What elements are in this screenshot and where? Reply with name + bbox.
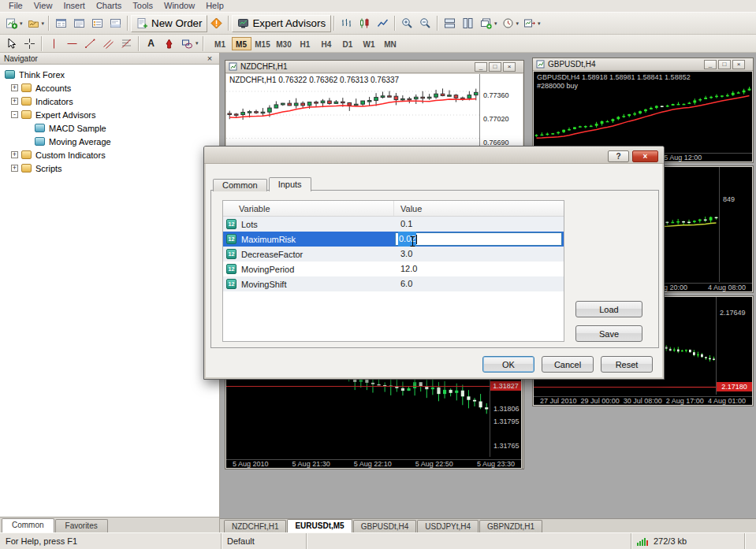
- text-tool-button[interactable]: A: [142, 35, 160, 52]
- candlestick-chart-button[interactable]: [356, 15, 374, 32]
- chevron-down-icon[interactable]: ▾: [538, 20, 541, 27]
- chevron-down-icon[interactable]: ▾: [20, 20, 23, 27]
- trendline-button[interactable]: [81, 35, 99, 52]
- menu-charts[interactable]: Charts: [91, 0, 127, 12]
- bar-chart-button[interactable]: [337, 15, 356, 32]
- minimize-icon[interactable]: _: [475, 62, 487, 72]
- load-button[interactable]: Load: [575, 301, 642, 317]
- timeframe-m15-button[interactable]: M15: [253, 37, 273, 50]
- navigator-tab-favorites[interactable]: Favorites: [55, 519, 108, 532]
- timeframe-w1-button[interactable]: W1: [359, 37, 379, 50]
- chevron-down-icon[interactable]: ▾: [494, 20, 497, 27]
- navigator-tab-common[interactable]: Common: [2, 518, 54, 532]
- reset-button[interactable]: Reset: [601, 356, 653, 373]
- expert-advisors-button[interactable]: Expert Advisors: [232, 15, 331, 32]
- dialog-tab-inputs[interactable]: Inputs: [269, 177, 311, 191]
- vertical-line-button[interactable]: [45, 35, 63, 52]
- tree-expander-icon[interactable]: +: [11, 151, 18, 158]
- tree-item-macd-sample[interactable]: MACD Sample: [0, 121, 219, 135]
- parameter-row-movingshift[interactable]: 12MovingShift6.0: [223, 276, 564, 291]
- timeframe-h1-button[interactable]: H1: [296, 37, 315, 50]
- navigator-button[interactable]: [88, 15, 106, 32]
- close-icon[interactable]: ×: [503, 62, 516, 72]
- help-button[interactable]: ?: [608, 150, 629, 162]
- new-chart-button[interactable]: [2, 15, 20, 32]
- chart-tab-gbpusdt-h4[interactable]: GBPUSDt,H4: [353, 520, 417, 532]
- period-button[interactable]: [499, 15, 517, 32]
- chevron-down-icon[interactable]: ▾: [42, 20, 45, 27]
- timeframe-d1-button[interactable]: D1: [338, 37, 358, 50]
- dialog-tab-common[interactable]: Common: [213, 179, 267, 191]
- parameter-value-cell[interactable]: 0.1: [394, 217, 564, 232]
- parameter-value-cell[interactable]: 3.0: [394, 247, 564, 262]
- tree-item-expert-advisors[interactable]: -Expert Advisors: [0, 108, 219, 121]
- data-window-button[interactable]: [70, 15, 88, 32]
- tree-expander-icon[interactable]: +: [11, 84, 18, 91]
- terminal-button[interactable]: [106, 15, 125, 32]
- statusbar-profile[interactable]: Default: [222, 533, 307, 549]
- parameter-row-decreasefactor[interactable]: 12DecreaseFactor3.0: [223, 247, 564, 262]
- ok-button[interactable]: OK: [482, 356, 534, 373]
- zoom-in-button[interactable]: [398, 15, 416, 32]
- menu-help[interactable]: Help: [200, 0, 229, 12]
- channel-button[interactable]: [99, 35, 117, 52]
- shapes-button[interactable]: [178, 35, 196, 52]
- tree-expander-icon[interactable]: +: [11, 98, 18, 105]
- cursor-button[interactable]: [2, 35, 20, 52]
- restore-icon[interactable]: □: [718, 60, 731, 69]
- menu-insert[interactable]: Insert: [58, 0, 91, 12]
- arrows-tool-button[interactable]: [160, 35, 178, 52]
- parameter-value-cell[interactable]: 6.0: [394, 276, 564, 291]
- tree-expander-icon[interactable]: -: [11, 111, 18, 118]
- timeframe-m5-button[interactable]: M5: [232, 37, 251, 50]
- tree-item-indicators[interactable]: +Indicators: [0, 95, 219, 108]
- menu-file[interactable]: File: [3, 0, 28, 12]
- line-chart-button[interactable]: [374, 15, 392, 32]
- minimize-icon[interactable]: _: [704, 60, 717, 69]
- menu-window[interactable]: Window: [158, 0, 200, 12]
- tile-horizontally-button[interactable]: [441, 15, 459, 32]
- tree-item-scripts[interactable]: +Scripts: [0, 161, 219, 175]
- chart-window-titlebar[interactable]: NZDCHFt,H1 _ □ ×: [225, 61, 523, 73]
- horizontal-line-button[interactable]: [63, 35, 81, 52]
- profiles-button[interactable]: [24, 15, 43, 32]
- tree-expander-icon[interactable]: +: [11, 165, 18, 172]
- chart-tab-nzdchft-h1[interactable]: NZDCHFt,H1: [224, 520, 286, 532]
- value-column-header[interactable]: Value: [394, 201, 564, 216]
- chevron-down-icon[interactable]: ▾: [516, 20, 520, 27]
- cancel-button[interactable]: Cancel: [542, 356, 594, 373]
- fibonacci-button[interactable]: [117, 35, 136, 52]
- dialog-titlebar[interactable]: ? ×: [204, 147, 664, 164]
- new-window-button[interactable]: [477, 15, 495, 32]
- new-order-button[interactable]: New Order: [131, 15, 207, 32]
- menu-tools[interactable]: Tools: [127, 0, 158, 12]
- chart-tab-eurusdt-m5[interactable]: EURUSDt,M5: [287, 519, 352, 532]
- timeframe-m1-button[interactable]: M1: [210, 37, 230, 50]
- statusbar-connection[interactable]: 272/3 kb: [631, 533, 745, 549]
- close-icon[interactable]: ×: [732, 60, 745, 69]
- alert-button[interactable]: [207, 15, 225, 32]
- navigator-titlebar[interactable]: Navigator ×: [0, 53, 219, 65]
- menu-view[interactable]: View: [28, 0, 58, 12]
- tree-item-think-forex[interactable]: Think Forex: [0, 68, 219, 81]
- restore-icon[interactable]: □: [489, 62, 501, 72]
- templates-button[interactable]: [520, 15, 538, 32]
- timeframe-h4-button[interactable]: H4: [317, 37, 337, 50]
- crosshair-button[interactable]: [20, 35, 39, 52]
- tree-item-moving-average[interactable]: Moving Average: [0, 135, 219, 148]
- chart-tab-usdjpyt-h4[interactable]: USDJPYt,H4: [417, 520, 479, 532]
- parameter-row-lots[interactable]: 12Lots0.1: [223, 217, 564, 232]
- parameter-row-movingperiod[interactable]: 12MovingPeriod12.0: [223, 262, 564, 276]
- timeframe-mn-button[interactable]: MN: [381, 37, 400, 50]
- chart-tab-gbpnzdt-h1[interactable]: GBPNZDt,H1: [479, 520, 542, 532]
- save-button[interactable]: Save: [575, 325, 642, 342]
- tree-item-accounts[interactable]: +Accounts: [0, 81, 219, 95]
- parameter-value-input[interactable]: 0.02: [395, 232, 562, 246]
- chart-window-titlebar[interactable]: GBPUSDt,H4 _ □ ×: [533, 58, 753, 71]
- zoom-out-button[interactable]: [416, 15, 434, 32]
- parameter-value-cell[interactable]: 0.02: [394, 232, 564, 247]
- tile-vertically-button[interactable]: [459, 15, 477, 32]
- close-icon[interactable]: ×: [204, 54, 215, 64]
- tree-item-custom-indicators[interactable]: +Custom Indicators: [0, 148, 219, 161]
- dialog-close-button[interactable]: ×: [632, 150, 658, 162]
